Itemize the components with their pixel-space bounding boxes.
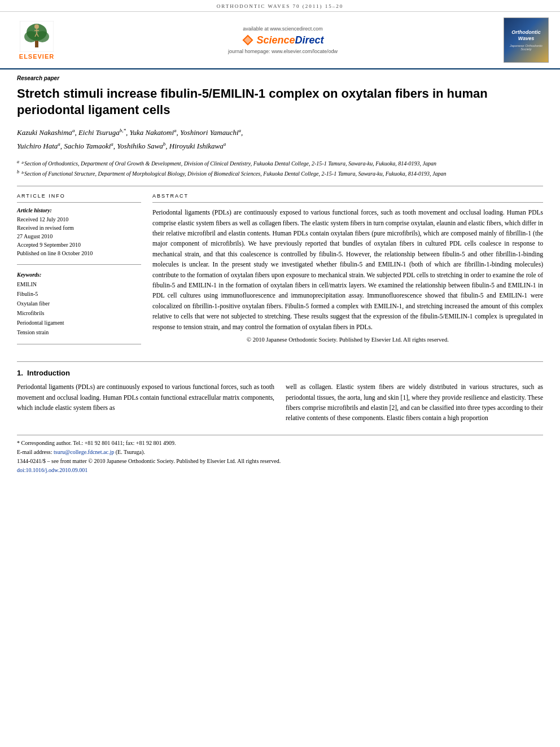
keyword-tension: Tension strain	[17, 327, 141, 337]
abstract-heading: Abstract	[152, 193, 543, 199]
article-info-heading: Article Info	[17, 193, 141, 199]
divider-keywords	[17, 264, 141, 265]
sciencedirect-text: ScienceDirect	[256, 34, 323, 46]
intro-title: 1. Introduction	[17, 369, 543, 377]
article-history: Article history: Received 12 July 2010 R…	[17, 207, 141, 257]
author-nakashima: Kazuki Nakashima	[17, 129, 72, 137]
journal-cover: Orthodontic Waves Japanese Orthodontic S…	[504, 18, 549, 63]
divider-1	[17, 186, 543, 186]
divider-abstract	[152, 202, 543, 203]
keyword-periodontal: Periodontal ligament	[17, 318, 141, 327]
keyword-emilin: EMILIN	[17, 279, 141, 289]
affiliation-a: a ᵃ Section of Orthodontics, Department …	[17, 159, 543, 168]
article-title: Stretch stimuli increase fibulin-5/EMILI…	[17, 86, 543, 118]
email-line: E-mail address: tsuru@college.fdcnet.ac.…	[17, 448, 543, 457]
accepted: Accepted 9 September 2010	[17, 241, 141, 249]
history-label: Article history:	[17, 207, 141, 213]
elsevier-logo: ELSEVIER	[11, 21, 62, 60]
journal-center: available at www.sciencedirect.com Scien…	[62, 26, 504, 54]
doi-line: doi:10.1016/j.odw.2010.09.001	[17, 466, 543, 475]
author-tamaoki: Sachio Tamaoki	[64, 142, 111, 150]
author-tsuruga: Eichi Tsuruga	[78, 129, 120, 137]
abstract-column: Abstract Periodontal ligaments (PDLs) ar…	[152, 193, 543, 351]
author-yamauchi: Yoshinori Yamauchi	[180, 129, 238, 137]
main-content: Research paper Stretch stimuli increase …	[0, 69, 560, 486]
section-label: Research paper	[17, 75, 543, 81]
intro-right-col: well as collagen. Elastic system fibers …	[286, 382, 543, 423]
received-2b: 27 August 2010	[17, 232, 141, 241]
branding-row: ELSEVIER available at www.sciencedirect.…	[0, 12, 560, 69]
elsevier-label-text: ELSEVIER	[19, 53, 54, 60]
intro-text-right: well as collagen. Elastic system fibers …	[286, 382, 543, 423]
article-info-column: Article Info Article history: Received 1…	[17, 193, 141, 351]
published: Published on line 8 October 2010	[17, 249, 141, 257]
corresponding-author: * Corresponding author. Tel.: +81 92 801…	[17, 439, 543, 448]
intro-left-col: Periodontal ligaments (PDLs) are continu…	[17, 382, 274, 423]
received-2: Received in revised form	[17, 224, 141, 232]
keywords-label: Keywords:	[17, 272, 141, 278]
journal-cover-org: Japanese Orthodontic Society	[506, 44, 546, 51]
divider-info	[17, 202, 141, 203]
affiliation-b: b ᵇ Section of Functional Structure, Dep…	[17, 169, 543, 178]
issn-line: 1344-0241/$ – see front matter © 2010 Ja…	[17, 457, 543, 466]
journal-header-text: Orthodontic Waves 70 (2011) 15–20	[217, 3, 343, 9]
sciencedirect-logo: ScienceDirect	[242, 34, 323, 46]
keyword-oxytalan: Oxytalan fiber	[17, 299, 141, 308]
keyword-fibulin: Fibulin-5	[17, 289, 141, 299]
author-hata: Yuichiro Hata	[17, 142, 58, 150]
keywords-section: Keywords: EMILIN Fibulin-5 Oxytalan fibe…	[17, 272, 141, 337]
journal-header: Orthodontic Waves 70 (2011) 15–20	[0, 0, 560, 12]
abstract-copyright: © 2010 Japanese Orthodontic Society. Pub…	[152, 337, 543, 343]
authors: Kazuki Nakashimaa, Eichi Tsurugab,*, Yuk…	[17, 126, 543, 152]
article-body-columns: Article Info Article history: Received 1…	[17, 193, 543, 351]
intro-columns: Periodontal ligaments (PDLs) are continu…	[17, 382, 543, 423]
affiliations: a ᵃ Section of Orthodontics, Department …	[17, 159, 543, 178]
journal-cover-title: Orthodontic Waves	[511, 29, 541, 42]
abstract-text: Periodontal ligaments (PDLs) are continu…	[152, 207, 543, 332]
elsevier-tree-icon	[20, 21, 54, 52]
svg-rect-4	[35, 41, 38, 47]
author-nakatomi: Yuka Nakatomi	[129, 129, 174, 137]
email-link[interactable]: tsuru@college.fdcnet.ac.jp	[54, 449, 114, 455]
intro-text-left: Periodontal ligaments (PDLs) are continu…	[17, 382, 274, 413]
sciencedirect-diamond-icon	[242, 34, 254, 46]
available-at-text: available at www.sciencedirect.com	[62, 26, 504, 32]
author-ishikawa: Hiroyuki Ishikawa	[169, 142, 224, 150]
author-sawa: Yoshihiko Sawa	[117, 142, 163, 150]
introduction-section: 1. Introduction Periodontal ligaments (P…	[17, 361, 543, 423]
received-1: Received 12 July 2010	[17, 215, 141, 224]
divider-end-left	[17, 344, 141, 344]
divider-intro-top	[17, 361, 543, 362]
keyword-microfibrils: Microfibrils	[17, 308, 141, 318]
svg-point-5	[34, 24, 39, 29]
footer-notes: * Corresponding author. Tel.: +81 92 801…	[17, 435, 543, 475]
journal-homepage-text: journal homepage: www.elsevier.com/locat…	[62, 49, 504, 54]
